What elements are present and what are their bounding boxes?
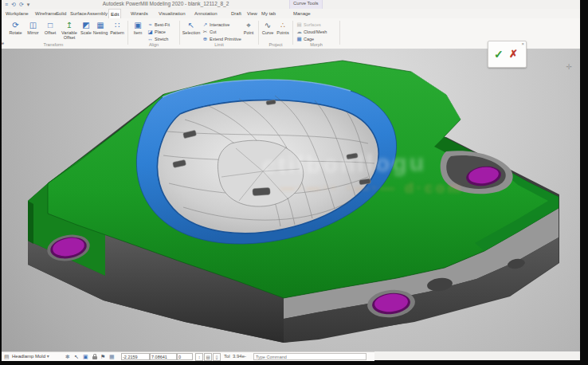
- ribbon-group-project: ∿ Curve ∴ Points Project: [260, 18, 292, 48]
- cloud-mesh-icon: ☁: [296, 29, 302, 35]
- interactive-icon: ↗: [202, 22, 208, 28]
- ribbon-group-limit: ↖ Selection ↗ Interactive ✂ Cut ⊕ Extend…: [181, 18, 257, 48]
- interactive-button[interactable]: ↗ Interactive: [202, 21, 241, 28]
- model-selector[interactable]: Headlamp Mold ▾: [12, 352, 49, 361]
- cage-icon: ▦: [296, 36, 302, 42]
- cursor-icon[interactable]: ↖: [74, 352, 79, 361]
- nesting-button[interactable]: ▦ Nesting: [92, 20, 109, 35]
- menu-icon[interactable]: ≡: [5, 0, 8, 9]
- group-label-transform: Transform: [2, 42, 105, 47]
- pattern-icon: ∷: [108, 20, 126, 30]
- nav-indicator-icon[interactable]: ✛: [566, 63, 572, 71]
- cage-button[interactable]: ▦ Cage: [296, 35, 327, 42]
- lock-icon[interactable]: [92, 356, 97, 359]
- align-item-button[interactable]: ▣ Item: [131, 20, 145, 35]
- cloud-mesh-button[interactable]: ☁ Cloud/Mesh: [296, 28, 327, 35]
- mold-model: [2, 49, 580, 351]
- toggle-cell-button[interactable]: ▯: [213, 353, 221, 361]
- viewport-3d[interactable]: ctilbonllogu —·—·· ·—·— d·com ✛: [2, 49, 580, 351]
- levels-icon[interactable]: ⚑: [100, 352, 105, 361]
- rotate-icon: ⟳: [7, 20, 24, 30]
- quick-access-toolbar: ≡ ⟲ ⟳ ▾: [5, 0, 29, 9]
- group-label-project: Project: [260, 42, 292, 47]
- window-title: Autodesk PowerMill Modeling 2020 - blank…: [78, 1, 253, 6]
- project-curve-button[interactable]: ∿ Curve: [261, 20, 275, 35]
- extend-primitive-icon: ⊕: [202, 36, 208, 42]
- mirror-button[interactable]: ◫ Mirror: [25, 20, 41, 35]
- toggle-rows-button[interactable]: ▤: [204, 353, 212, 361]
- screenshot-frame: ≡ ⟲ ⟳ ▾ Autodesk PowerMill Modeling 2020…: [0, 0, 588, 365]
- ribbon: e ⟳ Rotate ◫ Mirror □ Offset ↥ Variable …: [2, 18, 580, 49]
- place-icon: ◪: [147, 29, 153, 35]
- redo-icon[interactable]: ⟳: [19, 0, 24, 9]
- nesting-icon: ▦: [92, 20, 109, 30]
- curve-icon: ∿: [261, 20, 275, 30]
- point-button[interactable]: ⌖ Point: [241, 20, 256, 35]
- selection-icon: ↖: [182, 20, 201, 30]
- surfaces-icon: ▤: [296, 22, 302, 28]
- extend-primitive-button[interactable]: ⊕ Extend Primitive: [202, 35, 241, 42]
- confirm-panel: ✓ ✗ ×: [488, 41, 527, 68]
- page-icon[interactable]: ▤: [4, 352, 10, 361]
- tolerance-value[interactable]: 3.94e-: [233, 352, 246, 361]
- group-label-limit: Limit: [181, 42, 257, 47]
- offset-button[interactable]: □ Offset: [42, 20, 58, 35]
- best-fit-button[interactable]: ≈ Best-Fit: [147, 21, 170, 28]
- title-bar: ≡ ⟲ ⟳ ▾ Autodesk PowerMill Modeling 2020…: [2, 0, 580, 9]
- close-icon[interactable]: ×: [521, 41, 524, 46]
- qat-dropdown-icon[interactable]: ▾: [27, 0, 30, 9]
- pattern-button[interactable]: ∷ Pattern: [108, 20, 126, 35]
- coord-x-input[interactable]: [121, 353, 150, 360]
- status-bar: ▤ Headlamp Mold ▾ ✱ ↖ ▣ ⚑ ▦ ↕ ▤ ▯ Tol 3.…: [2, 351, 374, 361]
- rotate-button[interactable]: ⟳ Rotate: [7, 20, 24, 35]
- group-label-align: Align: [129, 42, 178, 47]
- model-selector-label: Headlamp Mold: [12, 354, 45, 359]
- coord-z-input[interactable]: [177, 353, 193, 360]
- smart-cursor-icon[interactable]: ✱: [65, 352, 70, 361]
- application-window: ≡ ⟲ ⟳ ▾ Autodesk PowerMill Modeling 2020…: [2, 0, 580, 360]
- place-button[interactable]: ◪ Place: [147, 28, 170, 35]
- cut-button[interactable]: ✂ Cut: [202, 28, 241, 35]
- accept-icon[interactable]: ✓: [494, 48, 504, 61]
- project-points-button[interactable]: ∴ Points: [276, 20, 290, 35]
- undo-icon[interactable]: ⟲: [11, 0, 16, 9]
- toggle-updown-button[interactable]: ↕: [195, 353, 203, 361]
- ribbon-group-morph: ▤ Surfaces ☁ Cloud/Mesh ▦ Cage Morph: [294, 18, 339, 48]
- ribbon-group-transform: e ⟳ Rotate ◫ Mirror □ Offset ↥ Variable …: [2, 18, 105, 48]
- offset-icon: □: [42, 20, 58, 30]
- grid-icon[interactable]: ▦: [109, 352, 115, 361]
- selection-button[interactable]: ↖ Selection: [182, 20, 201, 35]
- tolerance-label: Tol: [224, 352, 230, 361]
- chevron-down-icon: ▾: [47, 354, 49, 359]
- mirror-icon: ◫: [25, 20, 41, 30]
- item-icon: ▣: [131, 20, 145, 30]
- coord-y-input[interactable]: [150, 353, 177, 360]
- command-input[interactable]: [253, 353, 367, 360]
- point-icon: ⌖: [241, 20, 256, 30]
- morph-surfaces-button: ▤ Surfaces: [296, 21, 327, 28]
- ribbon-group-align: ▣ Item ≈ Best-Fit ◪ Place ↔ Stretch: [129, 18, 178, 48]
- best-fit-icon: ≈: [147, 22, 153, 27]
- variable-offset-icon: ↥: [59, 20, 80, 30]
- workplane-icon[interactable]: ▣: [83, 352, 88, 361]
- cancel-icon[interactable]: ✗: [509, 48, 518, 60]
- group-label-morph: Morph: [294, 42, 339, 47]
- cut-icon: ✂: [202, 29, 208, 35]
- variable-offset-button[interactable]: ↥ Variable Offset: [59, 20, 80, 40]
- points-icon: ∴: [276, 20, 290, 30]
- stretch-button[interactable]: ↔ Stretch: [147, 35, 170, 42]
- stretch-icon: ↔: [147, 36, 153, 41]
